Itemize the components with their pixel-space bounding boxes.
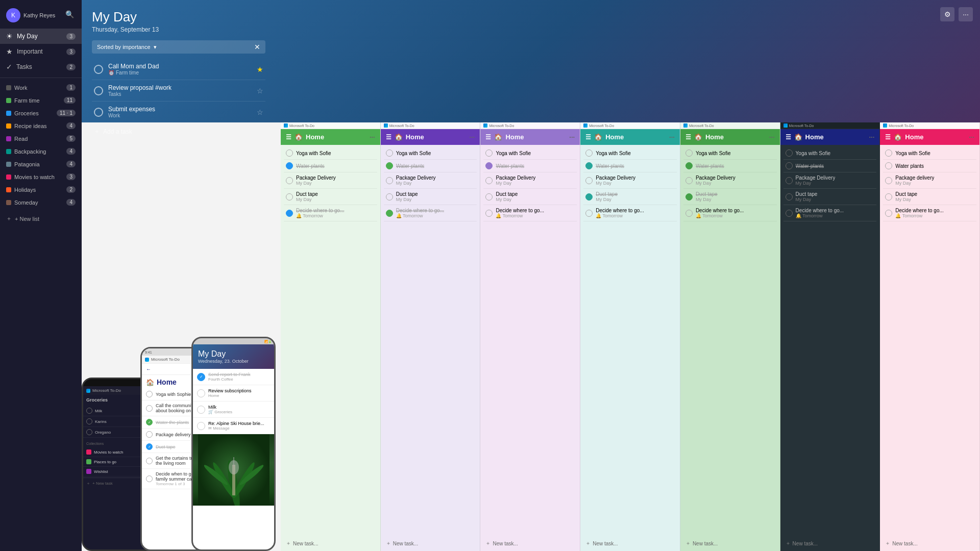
sidebar-item-important[interactable]: ★ Important 3 <box>0 44 82 59</box>
myday-item[interactable]: Send report to Frank Fourth Coffee <box>193 369 274 385</box>
panel-home-icon: 🏠 <box>594 133 602 141</box>
new-task-button[interactable]: ＋ New task... <box>281 536 380 551</box>
new-task-button[interactable]: ＋ New task... <box>780 536 880 551</box>
new-task-button[interactable]: ＋ New task... <box>580 536 680 551</box>
brand-bar: Microsoft To-Do <box>480 122 580 129</box>
hamburger-icon[interactable]: ☰ <box>885 134 891 141</box>
task-item-call-mom[interactable]: Call Mom and Dad ⏰ Farm time ★ <box>92 59 265 80</box>
task-row[interactable]: Yoga with Sofie <box>783 147 877 160</box>
task-row[interactable]: Decide where to go... 🔔 Tomorrow <box>284 205 377 221</box>
home-panel-1: Microsoft To-Do ☰ 🏠 Home ··· Yoga with S… <box>281 122 381 551</box>
task-circle[interactable] <box>94 108 103 117</box>
close-icon[interactable]: ✕ <box>254 43 260 51</box>
task-circle[interactable] <box>94 86 103 95</box>
task-row[interactable]: Duct tape My Day <box>583 189 677 205</box>
panel-menu-icon[interactable]: ··· <box>969 133 974 141</box>
hamburger-icon[interactable]: ☰ <box>585 134 591 141</box>
new-task-button[interactable]: ＋ New task... <box>381 536 480 551</box>
star-filled-icon[interactable]: ★ <box>257 65 263 73</box>
new-task-button[interactable]: ＋ New task... <box>880 536 979 551</box>
hamburger-icon[interactable]: ☰ <box>386 134 391 141</box>
task-row[interactable]: Decide where to go... 🔔 Tomorrow <box>883 205 976 221</box>
star-outline-icon[interactable]: ☆ <box>257 87 263 95</box>
sidebar-item-patagonia[interactable]: Patagonia 4 <box>0 158 82 170</box>
sidebar-item-farm-time[interactable]: Farm time 11 <box>0 94 82 107</box>
panel-menu-icon[interactable]: ··· <box>869 133 874 141</box>
myday-item[interactable]: Re: Alpine Ski House brie... ✉ Message <box>193 418 274 434</box>
task-circle <box>786 193 793 201</box>
sidebar-item-someday[interactable]: Someday 4 <box>0 196 82 209</box>
task-row[interactable]: Yoga with Sofie <box>483 147 577 160</box>
panel-menu-icon[interactable]: ··· <box>569 133 575 141</box>
panel-menu-icon[interactable]: ··· <box>470 133 475 141</box>
hamburger-icon[interactable]: ☰ <box>286 134 291 141</box>
task-item-submit-expenses[interactable]: Submit expenses Work ☆ <box>92 102 265 123</box>
task-row[interactable]: Water plants <box>683 160 777 172</box>
sidebar-item-backpacking[interactable]: Backpacking 4 <box>0 145 82 158</box>
task-row[interactable]: Duct tape My Day <box>883 189 976 205</box>
task-circle[interactable] <box>94 65 103 74</box>
task-row[interactable]: Water plants <box>583 160 677 172</box>
sidebar-item-holidays[interactable]: Holidays 2 <box>0 183 82 196</box>
new-task-button[interactable]: ＋ New task... <box>480 536 580 551</box>
task-row[interactable]: Water plants <box>284 160 377 172</box>
task-row[interactable]: Yoga with Sofie <box>583 147 677 160</box>
task-row[interactable]: Package delivery My Day <box>883 172 976 189</box>
task-row[interactable]: Package Delivery My Day <box>783 172 877 189</box>
sidebar-item-work[interactable]: Work 1 <box>0 81 82 94</box>
task-item-review-proposal[interactable]: Review proposal #work Tasks ☆ <box>92 80 265 102</box>
new-list-button[interactable]: ＋ + New list <box>0 211 82 227</box>
task-row[interactable]: Package Delivery My Day <box>384 172 477 189</box>
task-row[interactable]: Package Delivery My Day <box>483 172 577 189</box>
groceries-label: Groceries <box>86 397 108 403</box>
task-row[interactable]: Decide where to go... 🔔 Tomorrow <box>783 205 877 221</box>
settings-button[interactable]: ⚙ <box>940 7 954 21</box>
hamburger-icon[interactable]: ☰ <box>685 134 691 141</box>
task-row[interactable]: Yoga with Sofie <box>384 147 477 160</box>
task-row[interactable]: Package Delivery My Day <box>284 172 377 189</box>
task-row[interactable]: Duct tape My Day <box>683 189 777 205</box>
task-row[interactable]: Water plants <box>883 160 976 172</box>
sidebar-item-movies[interactable]: Movies to watch 3 <box>0 170 82 183</box>
task-row[interactable]: Yoga with Sofie <box>883 147 976 160</box>
task-row[interactable]: Decide where to go... 🔔 Tomorrow <box>583 205 677 221</box>
list-icon <box>86 469 91 474</box>
myday-item[interactable]: Review subscriptions Home <box>193 385 274 402</box>
task-row[interactable]: Decide where to go... 🔔 Tomorrow <box>483 205 577 221</box>
sort-bar[interactable]: Sorted by importance ▾ ✕ <box>92 40 265 54</box>
panel-menu-icon[interactable]: ··· <box>769 133 775 141</box>
task-row[interactable]: Duct tape My Day <box>384 189 477 205</box>
plus-icon: ＋ <box>6 215 12 222</box>
panel-tasks: Yoga with Sofie Water plants Package Del… <box>580 145 680 536</box>
hamburger-icon[interactable]: ☰ <box>786 134 791 141</box>
hamburger-icon[interactable]: ☰ <box>485 134 491 141</box>
task-circle-done <box>685 162 693 169</box>
panel-menu-icon[interactable]: ··· <box>370 133 375 141</box>
task-row[interactable]: Duct tape My Day <box>284 189 377 205</box>
task-row[interactable]: Duct tape My Day <box>783 189 877 205</box>
sidebar-item-recipe-ideas[interactable]: Recipe ideas 4 <box>0 119 82 132</box>
sidebar-item-tasks[interactable]: ✓ Tasks 2 <box>0 59 82 74</box>
sidebar-user[interactable]: K Kathy Reyes <box>6 8 55 22</box>
task-row[interactable]: Package Delivery My Day <box>583 172 677 189</box>
panel-menu-icon[interactable]: ··· <box>669 133 675 141</box>
task-row[interactable]: Yoga with Sofie <box>683 147 777 160</box>
task-row[interactable]: Package Delivery My Day <box>683 172 777 189</box>
task-row[interactable]: Water plants <box>384 160 477 172</box>
task-row[interactable]: Duct tape My Day <box>483 189 577 205</box>
more-button[interactable]: ··· <box>959 7 973 21</box>
star-outline-icon[interactable]: ☆ <box>257 108 263 116</box>
sidebar-item-groceries[interactable]: Groceries 11 · 1 <box>0 107 82 119</box>
task-row[interactable]: Water plants <box>783 160 877 172</box>
myday-item[interactable]: Milk 🛒 Groceries <box>193 402 274 418</box>
task-circle <box>286 149 293 157</box>
task-row[interactable]: Yoga with Sofie <box>284 147 377 160</box>
sidebar-item-read[interactable]: Read 5 <box>0 132 82 145</box>
task-row[interactable]: Decide where to go... 🔔 Tomorrow <box>683 205 777 221</box>
task-row[interactable]: Water plants <box>483 160 577 172</box>
sidebar-item-my-day[interactable]: ☀ My Day 3 <box>0 29 82 44</box>
task-row[interactable]: Decide where to go... 🔔 Tomorrow <box>384 205 477 221</box>
new-task-button[interactable]: ＋ New task... <box>680 536 780 551</box>
back-icon[interactable]: ← <box>146 366 151 372</box>
search-icon[interactable]: 🔍 <box>65 10 76 20</box>
